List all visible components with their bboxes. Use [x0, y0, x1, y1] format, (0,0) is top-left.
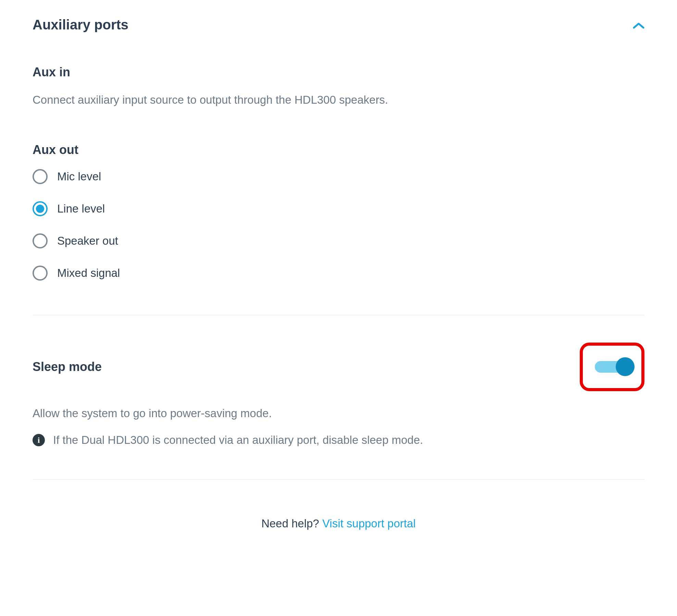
radio-label: Mixed signal [57, 267, 120, 280]
radio-mic-level[interactable]: Mic level [33, 169, 644, 184]
toggle-knob [616, 357, 635, 376]
help-prefix: Need help? [261, 517, 322, 530]
highlight-annotation [580, 343, 644, 391]
chevron-up-icon[interactable] [633, 18, 644, 32]
radio-icon [33, 233, 48, 248]
radio-label: Speaker out [57, 234, 118, 247]
divider [33, 479, 644, 479]
sleep-mode-info-text: If the Dual HDL300 is connected via an a… [53, 434, 423, 447]
help-row: Need help? Visit support portal [33, 517, 644, 530]
sleep-mode-title: Sleep mode [33, 360, 102, 374]
aux-out-title: Aux out [33, 143, 644, 157]
divider [33, 315, 644, 315]
sleep-mode-row: Sleep mode [33, 343, 644, 391]
aux-in-section: Aux in Connect auxiliary input source to… [33, 65, 644, 108]
sleep-mode-desc: Allow the system to go into power-saving… [33, 405, 644, 422]
radio-label: Mic level [57, 170, 101, 183]
aux-out-radio-group: Mic level Line level Speaker out Mixed s… [33, 169, 644, 281]
radio-icon [33, 266, 48, 281]
auxiliary-ports-header[interactable]: Auxiliary ports [33, 17, 644, 33]
sleep-mode-info-row: i If the Dual HDL300 is connected via an… [33, 434, 644, 447]
radio-speaker-out[interactable]: Speaker out [33, 233, 644, 248]
info-icon: i [33, 434, 45, 446]
radio-label: Line level [57, 202, 105, 215]
radio-icon [33, 169, 48, 184]
support-portal-link[interactable]: Visit support portal [322, 517, 416, 530]
aux-in-title: Aux in [33, 65, 644, 79]
radio-icon [33, 201, 48, 216]
auxiliary-ports-title: Auxiliary ports [33, 17, 128, 33]
radio-line-level[interactable]: Line level [33, 201, 644, 216]
radio-mixed-signal[interactable]: Mixed signal [33, 266, 644, 281]
aux-out-section: Aux out Mic level Line level Speaker out… [33, 143, 644, 281]
sleep-mode-toggle[interactable] [595, 361, 632, 373]
aux-in-desc: Connect auxiliary input source to output… [33, 91, 644, 108]
